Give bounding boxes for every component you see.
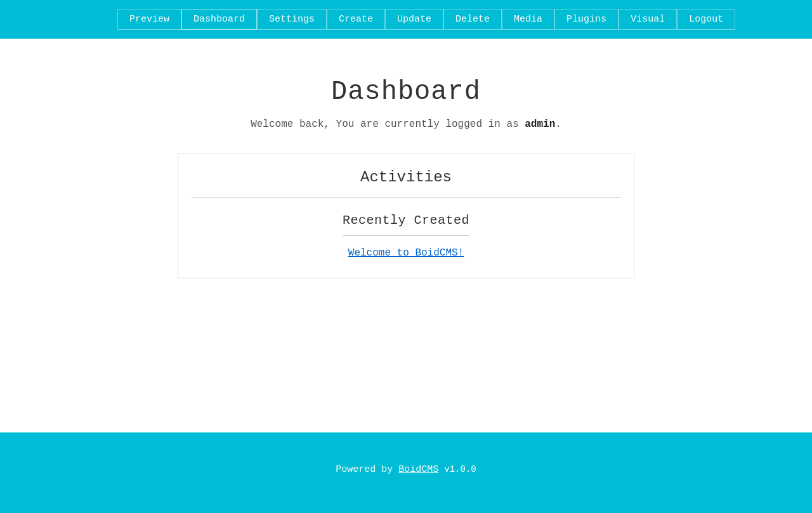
cms-link[interactable]: BoidCMS	[398, 464, 438, 475]
footer: Powered by BoidCMS v1.0.0	[0, 432, 812, 513]
nav-item-delete[interactable]: Delete	[443, 9, 502, 30]
nav-item-visual[interactable]: Visual	[619, 9, 677, 30]
recently-created-divider	[343, 235, 469, 236]
recent-items-list: Welcome to BoidCMS!	[348, 247, 464, 259]
nav-inner: PreviewDashboardSettingsCreateUpdateDele…	[0, 0, 812, 39]
footer-text: Powered by BoidCMS v1.0.0	[13, 464, 799, 475]
page-title: Dashboard	[331, 77, 481, 107]
username-label: admin	[525, 119, 555, 130]
welcome-message: Welcome back, You are currently logged i…	[251, 119, 561, 130]
welcome-suffix: .	[555, 119, 561, 130]
nav-item-plugins[interactable]: Plugins	[554, 9, 619, 30]
main-content: Dashboard Welcome back, You are currentl…	[0, 39, 812, 432]
activities-divider	[191, 197, 621, 198]
activities-box: Activities Recently Created Welcome to B…	[178, 153, 634, 278]
nav-item-media[interactable]: Media	[502, 9, 554, 30]
recently-created-title: Recently Created	[343, 213, 469, 228]
recently-created-section: Recently Created Welcome to BoidCMS!	[178, 213, 634, 259]
version-label: v1.0.0	[444, 464, 476, 474]
nav-item-settings[interactable]: Settings	[257, 9, 327, 30]
recent-item-link[interactable]: Welcome to BoidCMS!	[348, 247, 464, 259]
welcome-prefix: Welcome back, You are currently logged i…	[251, 119, 518, 130]
nav-item-update[interactable]: Update	[385, 9, 443, 30]
nav-item-dashboard[interactable]: Dashboard	[181, 9, 257, 30]
nav-item-logout[interactable]: Logout	[677, 9, 735, 30]
nav-item-preview[interactable]: Preview	[117, 9, 181, 30]
main-nav: PreviewDashboardSettingsCreateUpdateDele…	[0, 0, 812, 39]
activities-title: Activities	[178, 153, 634, 197]
nav-item-create[interactable]: Create	[327, 9, 385, 30]
powered-by-text: Powered by	[336, 464, 393, 475]
